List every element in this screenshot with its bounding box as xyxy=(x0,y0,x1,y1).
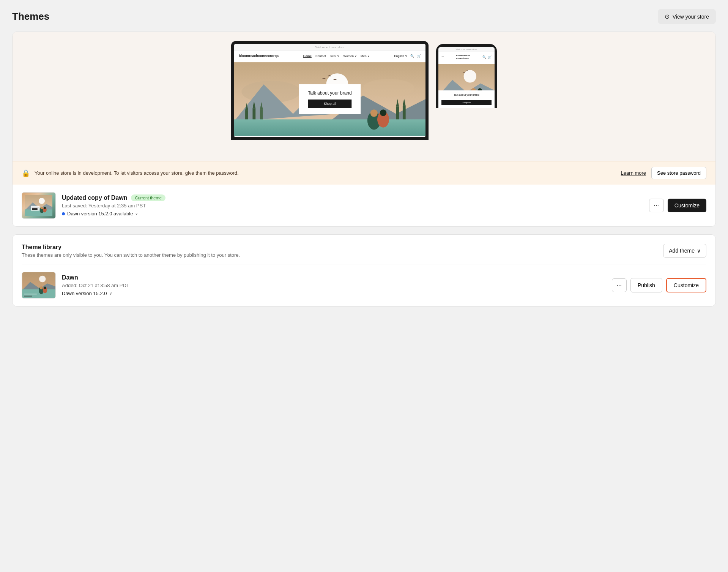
add-theme-label: Add theme xyxy=(669,248,695,254)
svg-point-41 xyxy=(39,276,46,282)
theme-library-card: Theme library These themes are only visi… xyxy=(12,234,716,307)
desktop-nav: bloomreachconnectorqa Home Contact Gear … xyxy=(234,51,425,61)
current-theme-customize-button[interactable]: Customize xyxy=(668,199,706,212)
nav-men[interactable]: Men ∨ xyxy=(361,54,370,58)
mobile-hamburger-icon[interactable]: ☰ xyxy=(441,55,444,59)
svg-rect-48 xyxy=(24,294,37,294)
library-theme-details: Dawn Added: Oct 21 at 3:58 am PDT Dawn v… xyxy=(62,274,606,296)
password-banner: 🔒 Your online store is in development. T… xyxy=(13,161,715,185)
mobile-hero: Talk about your brand Shop all xyxy=(438,62,495,108)
library-theme-thumbnail xyxy=(22,272,56,299)
mobile-mockup: Welcome to our store ☰ bloomreachconnect… xyxy=(436,44,497,108)
current-theme-badge: Current theme xyxy=(131,194,165,201)
library-customize-button[interactable]: Customize xyxy=(666,278,706,292)
banner-actions: Learn more See store password xyxy=(621,167,706,179)
library-theme-version-row: Dawn version 15.2.0 ∨ xyxy=(62,291,606,296)
svg-point-3 xyxy=(363,79,414,97)
nav-women[interactable]: Women ∨ xyxy=(343,54,357,58)
svg-point-30 xyxy=(39,198,45,204)
theme-info-row: Updated copy of Dawn Current theme Last … xyxy=(13,185,715,226)
svg-point-36 xyxy=(44,207,46,209)
theme-preview: Welcome to our store bloomreachconnector… xyxy=(13,32,715,161)
hero-overlay: Talk about your brand Shop all xyxy=(299,84,361,114)
mobile-screen: Welcome to our store ☰ bloomreachconnect… xyxy=(438,47,495,108)
theme-library-title-area: Theme library These themes are only visi… xyxy=(22,244,240,258)
mobile-store-name: bloomreachconnectorqa xyxy=(456,54,470,60)
mobile-topbar: Welcome to our store xyxy=(438,47,495,52)
see-password-button[interactable]: See store password xyxy=(651,167,706,179)
mobile-nav: ☰ bloomreachconnectorqa 🔍 🛒 xyxy=(438,52,495,62)
library-theme-name: Dawn xyxy=(62,274,606,281)
mobile-search-icon[interactable]: 🔍 xyxy=(482,55,486,59)
version-chevron-icon[interactable]: ∨ xyxy=(135,212,138,216)
version-dot xyxy=(62,212,65,215)
eye-icon: ⊙ xyxy=(665,13,670,20)
svg-point-47 xyxy=(44,286,46,289)
lock-icon: 🔒 xyxy=(22,169,30,177)
desktop-hero: Talk about your brand Shop all xyxy=(234,61,425,137)
page-header: Themes ⊙ View your store xyxy=(0,0,728,32)
desktop-nav-links: Home Contact Gear ∨ Women ∨ Men ∨ xyxy=(303,54,370,58)
library-theme-more-button[interactable]: ··· xyxy=(612,278,627,292)
current-theme-card: Welcome to our store bloomreachconnector… xyxy=(12,32,716,227)
library-theme-thumbnail-image xyxy=(22,272,55,298)
mobile-nav-icons: 🔍 🛒 xyxy=(482,55,492,59)
library-theme-item: Dawn Added: Oct 21 at 3:58 am PDT Dawn v… xyxy=(13,264,715,306)
password-banner-text: Your online store is in development. To … xyxy=(35,170,616,176)
current-theme-thumbnail-image xyxy=(22,193,55,218)
current-theme-details: Updated copy of Dawn Current theme Last … xyxy=(62,194,643,216)
cart-icon[interactable]: 🛒 xyxy=(417,54,421,58)
search-icon[interactable]: 🔍 xyxy=(410,54,414,58)
svg-rect-14 xyxy=(403,106,406,121)
current-theme-name: Updated copy of Dawn xyxy=(62,194,127,201)
add-theme-button[interactable]: Add theme ∨ xyxy=(663,244,706,258)
current-theme-actions: ··· Customize xyxy=(649,199,706,212)
svg-point-22 xyxy=(464,70,476,83)
add-theme-chevron-icon: ∨ xyxy=(697,248,701,254)
hero-text: Talk about your brand xyxy=(308,90,351,96)
mobile-hero-text: Talk about your brand xyxy=(441,93,492,96)
mobile-hero-overlay: Talk about your brand Shop all xyxy=(438,90,495,108)
svg-rect-37 xyxy=(31,206,39,211)
svg-point-34 xyxy=(41,207,43,209)
nav-gear[interactable]: Gear ∨ xyxy=(329,54,339,58)
svg-point-45 xyxy=(40,286,43,289)
mobile-cart-icon[interactable]: 🛒 xyxy=(488,55,492,59)
desktop-nav-right: English ∨ 🔍 🛒 xyxy=(394,54,421,58)
nav-language[interactable]: English ∨ xyxy=(394,54,407,58)
view-store-button[interactable]: ⊙ View your store xyxy=(658,9,716,24)
library-version-chevron-icon[interactable]: ∨ xyxy=(109,291,112,295)
page-title: Themes xyxy=(12,11,49,22)
svg-rect-38 xyxy=(32,207,39,208)
view-store-label: View your store xyxy=(673,14,709,20)
nav-home[interactable]: Home xyxy=(303,54,312,58)
svg-rect-16 xyxy=(234,119,425,136)
theme-version-row: Dawn version 15.2.0 available ∨ xyxy=(62,211,643,216)
library-theme-added: Added: Oct 21 at 3:58 am PDT xyxy=(62,283,606,288)
library-theme-actions: ··· Publish Customize xyxy=(612,278,706,292)
svg-rect-39 xyxy=(32,208,37,210)
learn-more-button[interactable]: Learn more xyxy=(621,170,646,176)
theme-library-header: Theme library These themes are only visi… xyxy=(13,235,715,264)
svg-point-20 xyxy=(380,109,386,116)
desktop-mockup: Welcome to our store bloomreachconnector… xyxy=(231,41,429,140)
library-version-text: Dawn version 15.2.0 xyxy=(62,291,107,296)
desktop-topbar: Welcome to our store xyxy=(234,44,425,51)
theme-name-row: Updated copy of Dawn Current theme xyxy=(62,194,643,201)
current-theme-thumbnail xyxy=(22,192,56,219)
theme-last-saved: Last saved: Yesterday at 2:35 am PST xyxy=(62,203,643,209)
desktop-screen: Welcome to our store bloomreachconnector… xyxy=(234,44,425,137)
current-theme-more-button[interactable]: ··· xyxy=(649,199,664,212)
svg-rect-49 xyxy=(24,295,32,297)
desktop-store-name: bloomreachconnectorqa xyxy=(239,54,279,58)
svg-rect-8 xyxy=(252,108,255,121)
version-text: Dawn version 15.2.0 available xyxy=(67,211,133,216)
main-content: Welcome to our store bloomreachconnector… xyxy=(0,32,728,319)
publish-button[interactable]: Publish xyxy=(630,278,662,292)
mobile-shop-button[interactable]: Shop all xyxy=(441,100,492,105)
svg-point-18 xyxy=(370,109,378,117)
svg-rect-12 xyxy=(396,106,399,121)
theme-library-title: Theme library xyxy=(22,244,240,251)
nav-contact[interactable]: Contact xyxy=(315,54,326,58)
hero-shop-button[interactable]: Shop all xyxy=(308,100,351,108)
